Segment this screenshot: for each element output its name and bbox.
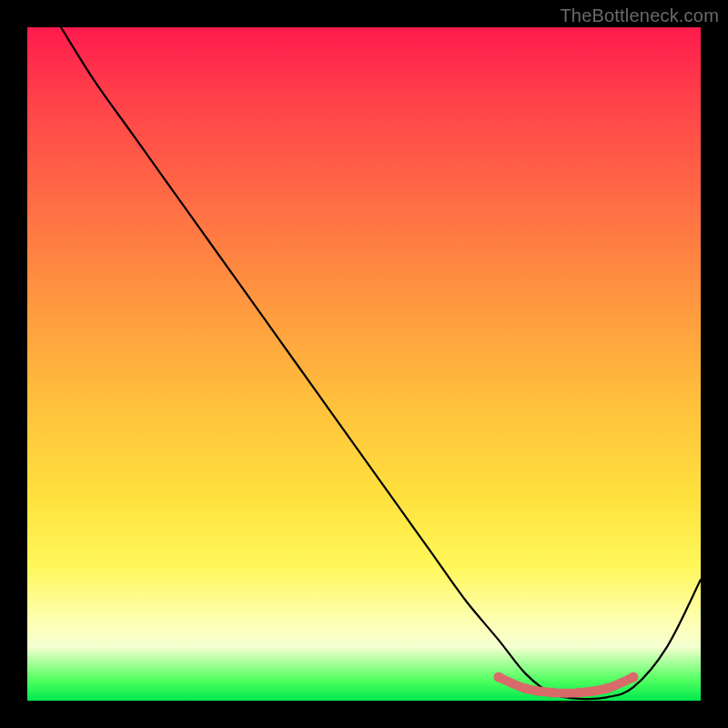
optimal-range-dot	[602, 683, 612, 693]
optimal-range-marker	[499, 677, 633, 693]
chart-frame	[27, 27, 701, 701]
optimal-range-dot	[494, 672, 504, 682]
optimal-range-dot	[574, 688, 584, 698]
attribution-text: TheBottleneck.com	[560, 5, 719, 26]
optimal-range-dot	[629, 672, 639, 682]
bottleneck-curve	[61, 27, 701, 699]
optimal-range-dot	[521, 683, 531, 693]
optimal-range-dot	[548, 688, 558, 698]
chart-overlay	[27, 27, 701, 701]
